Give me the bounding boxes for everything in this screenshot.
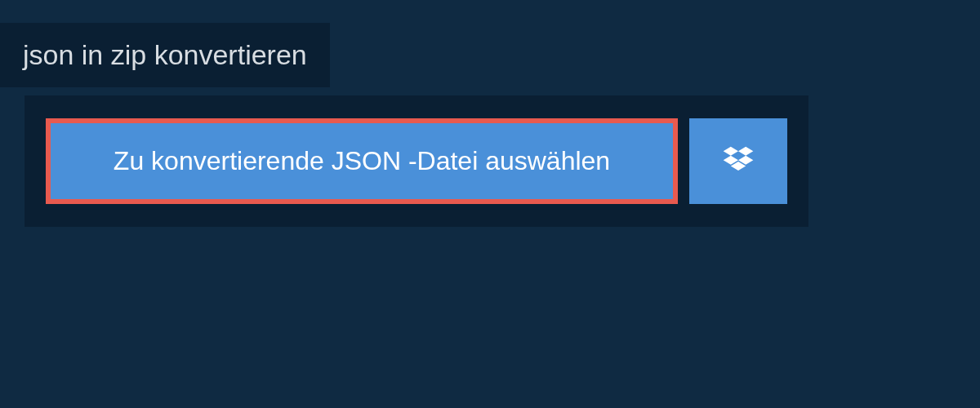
dropbox-button[interactable]: [689, 118, 787, 204]
select-file-button[interactable]: Zu konvertierende JSON -Datei auswählen: [46, 118, 678, 204]
page-title: json in zip konvertieren: [23, 39, 307, 71]
page-header: json in zip konvertieren: [0, 23, 330, 87]
dropbox-icon: [720, 144, 756, 180]
file-select-panel: Zu konvertierende JSON -Datei auswählen: [24, 95, 808, 227]
